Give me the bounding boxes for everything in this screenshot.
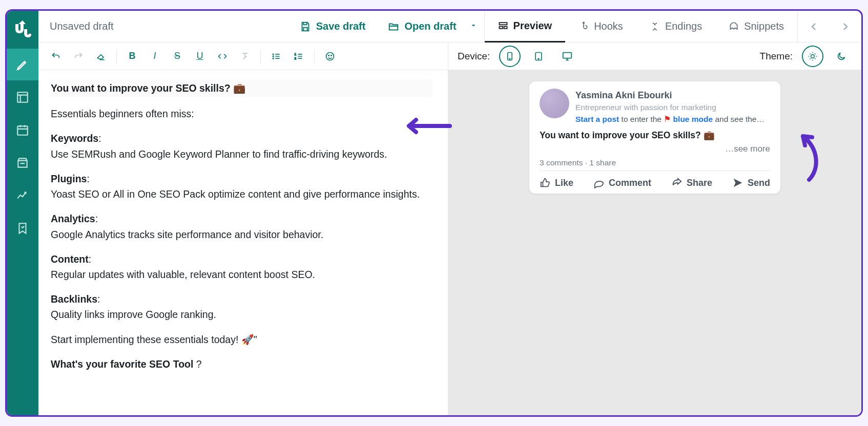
ordered-list-button[interactable]: 12 — [288, 46, 309, 67]
post-author-tagline: Entrepreneur with passion for marketing — [575, 102, 770, 113]
device-label: Device: — [458, 51, 490, 62]
preview-canvas: Yasmina Akni Ebourki Entrepreneur with p… — [448, 70, 861, 415]
svg-point-8 — [273, 58, 274, 59]
sidebar-item-inbox[interactable] — [7, 147, 38, 179]
code-button[interactable] — [212, 46, 233, 67]
svg-point-5 — [583, 22, 585, 24]
sidebar-item-saved[interactable] — [7, 212, 38, 244]
theme-label: Theme: — [760, 51, 793, 62]
share-button[interactable]: Share — [671, 177, 712, 188]
annotation-arrow-left — [401, 116, 452, 136]
italic-button[interactable]: I — [144, 46, 165, 67]
like-button[interactable]: Like — [540, 177, 573, 188]
post-card: Yasmina Akni Ebourki Entrepreneur with p… — [529, 81, 780, 194]
sidebar-item-analytics[interactable] — [7, 180, 38, 211]
svg-point-19 — [811, 54, 815, 58]
svg-rect-1 — [17, 126, 28, 135]
editor-toolbar: B I S U 12 — [38, 42, 448, 70]
sidebar — [7, 11, 38, 415]
avatar — [540, 89, 569, 118]
see-more-button[interactable]: …see more — [540, 144, 770, 154]
app-logo — [13, 17, 32, 42]
svg-point-17 — [539, 58, 540, 59]
theme-dark-button[interactable] — [831, 46, 852, 67]
post-stats: 3 comments · 1 share — [540, 158, 770, 167]
tab-preview[interactable]: Preview — [485, 11, 566, 42]
nav-back-button[interactable] — [798, 11, 830, 42]
tab-snippets[interactable]: Snippets — [715, 11, 797, 42]
sidebar-item-templates[interactable] — [7, 81, 38, 113]
save-draft-label: Save draft — [316, 20, 366, 32]
svg-point-6 — [273, 54, 274, 55]
strike-button[interactable]: S — [167, 46, 188, 67]
svg-point-15 — [510, 58, 511, 59]
underline-button[interactable]: U — [190, 46, 210, 67]
device-mobile-button[interactable] — [499, 46, 521, 67]
clear-format-button[interactable] — [235, 46, 255, 67]
bold-button[interactable]: B — [122, 46, 142, 67]
preview-toolbar: Device: Theme: — [448, 42, 861, 70]
open-draft-button[interactable]: Open draft — [377, 11, 467, 42]
nav-forward-button[interactable] — [830, 11, 861, 42]
svg-rect-2 — [499, 23, 507, 25]
comment-button[interactable]: Comment — [593, 177, 651, 188]
svg-text:1: 1 — [295, 52, 296, 55]
tab-endings[interactable]: Endings — [636, 11, 715, 42]
svg-text:2: 2 — [295, 56, 296, 59]
post-body-text: You want to improve your SEO skills? 💼 — [540, 130, 770, 141]
svg-point-7 — [273, 56, 274, 57]
draft-title: Unsaved draft — [38, 20, 288, 32]
svg-rect-3 — [499, 27, 503, 29]
sidebar-item-calendar[interactable] — [7, 114, 38, 146]
save-draft-button[interactable]: Save draft — [288, 11, 377, 42]
svg-point-12 — [328, 55, 329, 56]
post-author-name: Yasmina Akni Ebourki — [575, 89, 770, 102]
erase-button[interactable] — [91, 46, 111, 67]
open-draft-label: Open draft — [404, 20, 456, 32]
post-hint: Start a post to enter the ⚑ blue mode an… — [575, 114, 770, 125]
open-draft-menu-button[interactable] — [468, 22, 484, 31]
send-button[interactable]: Send — [732, 177, 770, 188]
annotation-arrow-right — [794, 129, 824, 185]
device-desktop-button[interactable] — [556, 46, 578, 67]
svg-rect-4 — [504, 27, 507, 29]
bullet-list-button[interactable] — [266, 46, 286, 67]
device-tablet-button[interactable] — [528, 46, 549, 67]
tab-hooks[interactable]: Hooks — [565, 11, 636, 42]
emoji-button[interactable] — [320, 46, 340, 67]
svg-point-11 — [326, 52, 334, 60]
svg-point-13 — [331, 55, 332, 56]
topbar: Unsaved draft Save draft Open draft Prev… — [38, 11, 861, 42]
theme-light-button[interactable] — [802, 46, 823, 67]
svg-rect-18 — [563, 52, 572, 58]
sidebar-item-compose[interactable] — [7, 49, 38, 80]
editor-content[interactable]: You want to improve your SEO skills? 💼 E… — [38, 70, 448, 415]
redo-button[interactable] — [68, 46, 89, 67]
svg-rect-0 — [17, 92, 28, 102]
undo-button[interactable] — [46, 46, 66, 67]
